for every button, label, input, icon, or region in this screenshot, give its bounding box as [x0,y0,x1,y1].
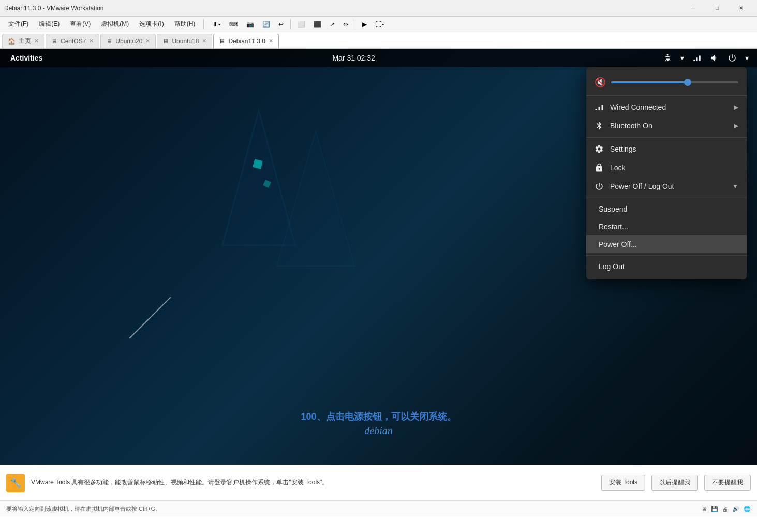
vm-icon-ubuntu18: 🖥 [162,38,169,45]
tab-close-home[interactable]: ✕ [34,38,39,45]
statusbar-right-icons: 🖥 💾 🖨 🔊 🌐 [701,506,751,512]
menu-divider-1 [586,95,747,96]
view1[interactable]: ⬜ [294,18,309,31]
gnome-topbar: Activities Mar 31 02:32 ▾ [0,49,757,67]
menu-file[interactable]: 文件(F) [4,18,33,31]
menu-tabs[interactable]: 选项卡(I) [135,18,168,31]
vm-area[interactable]: Activities Mar 31 02:32 ▾ [0,49,757,478]
menu-edit[interactable]: 编辑(E) [35,18,64,31]
svg-rect-12 [599,107,600,110]
menu-divider-3 [586,198,747,198]
close-button[interactable]: ✕ [729,0,753,17]
snapshot1[interactable]: 📷 [243,18,258,31]
statusbar: 🔧 VMware Tools 具有很多功能，能改善鼠标移动性、视频和性能。请登录… [0,465,757,532]
tab-close-centos7[interactable]: ✕ [89,38,94,45]
volume-slider[interactable] [611,81,738,83]
toolbar-group: ⏸▾ ⌨ 📷 🔄 ↩ ⬜ ⬛ ↗ ⇔ ▶ ⛶▾ [208,18,388,31]
fullscreen-btn[interactable]: ⛶▾ [372,18,388,31]
tab-ubuntu18[interactable]: 🖥 Ubuntu18 ✕ [157,34,212,48]
home-icon: 🏠 [8,38,16,45]
volume-mute-icon[interactable]: 🔇 [595,77,606,88]
volume-row: 🔇 [586,71,747,93]
menu-separator [203,19,204,29]
status-icon-3: 🖨 [722,506,728,512]
tab-close-ubuntu20[interactable]: ✕ [145,38,150,45]
power-systray-icon[interactable] [725,51,739,65]
hint-text: 100、点击电源按钮，可以关闭系统。 [301,410,456,423]
vm-icon-debian: 🖥 [219,38,225,45]
volume-fill [611,81,688,83]
debian-label: debian [301,425,456,437]
view4[interactable]: ⇔ [339,18,352,31]
menu-help[interactable]: 帮助(H) [170,18,200,31]
view2[interactable]: ⬛ [310,18,325,31]
tab-close-ubuntu18[interactable]: ✕ [202,38,206,45]
vm-icon-centos: 🖥 [51,38,57,45]
vmware-tools-message: VMware Tools 具有很多功能，能改善鼠标移动性、视频和性能。请登录客户… [31,478,595,487]
no-remind-button[interactable]: 不要提醒我 [704,475,751,491]
dropdown-menu: 🔇 Wired Connected ▶ Bluetooth On ▶ [586,67,747,279]
network-systray-icon[interactable] [690,51,704,65]
menu-view[interactable]: 查看(V) [66,18,95,31]
menu-divider-4 [586,255,747,256]
tab-centos7[interactable]: 🖥 CentOS7 ✕ [46,34,99,48]
power-off-submenu-item[interactable]: Power Off... [586,235,747,253]
lock-item[interactable]: Lock [586,158,747,177]
svg-rect-11 [596,109,597,110]
volume-thumb[interactable] [684,79,691,86]
status-icon-2: 💾 [711,506,718,512]
bluetooth-icon [595,121,604,130]
statusbar-bottom: 要将输入定向到该虚拟机，请在虚拟机内部单击或按 Ctrl+G。 🖥 💾 🖨 🔊 … [0,501,757,516]
vmware-tools-icon: 🔧 [6,474,25,492]
network-wired-icon [595,102,604,112]
power-off-item[interactable]: Power Off / Log Out ▼ [586,177,747,196]
status-icon-4: 🔊 [732,506,739,512]
power-arrow-icon[interactable]: ▾ [743,52,751,64]
console-btn[interactable]: ▶ [359,18,370,31]
restart-item[interactable]: Restart... [586,218,747,235]
accessibility-arrow-icon[interactable]: ▾ [678,52,686,64]
minimize-button[interactable]: ─ [681,0,705,17]
logout-item[interactable]: Log Out [586,258,747,275]
svg-point-7 [667,54,669,56]
svg-marker-5 [277,131,354,266]
bluetooth-item[interactable]: Bluetooth On ▶ [586,116,747,135]
menu-vm[interactable]: 虚拟机(M) [97,18,133,31]
view3[interactable]: ↗ [326,18,338,31]
tab-home[interactable]: 🏠 主页 ✕ [2,34,44,48]
status-icon-5: 🌐 [744,506,751,512]
svg-rect-9 [696,57,698,61]
maximize-button[interactable]: □ [705,0,729,17]
settings-gear-icon [595,144,604,154]
snapshot3[interactable]: ↩ [275,18,287,31]
power-off-icon [595,182,604,191]
statusbar-top: 🔧 VMware Tools 具有很多功能，能改善鼠标移动性、视频和性能。请登录… [0,465,757,501]
toolbar-sep2 [355,19,355,29]
suspend-item[interactable]: Suspend [586,200,747,218]
vm-icon-ubuntu20: 🖥 [106,38,112,45]
install-tools-button[interactable]: 安装 Tools [601,475,645,491]
titlebar: W Debian11.3.0 - VMware Workstation ─ □ … [0,0,757,17]
bluetooth-arrow-icon: ▶ [734,122,738,129]
tab-debian[interactable]: 🖥 Debian11.3.0 ✕ [213,34,278,48]
tab-ubuntu20[interactable]: 🖥 Ubuntu20 ✕ [100,34,156,48]
tabbar: 🏠 主页 ✕ 🖥 CentOS7 ✕ 🖥 Ubuntu20 ✕ 🖥 Ubuntu… [0,32,757,49]
menubar: 文件(F) 编辑(E) 查看(V) 虚拟机(M) 选项卡(I) 帮助(H) ⏸▾… [0,17,757,32]
wired-connected-item[interactable]: Wired Connected ▶ [586,98,747,116]
settings-item[interactable]: Settings [586,140,747,158]
remind-later-button[interactable]: 以后提醒我 [651,475,698,491]
svg-rect-13 [602,105,603,111]
svg-rect-10 [699,56,701,62]
volume-systray-icon[interactable] [708,51,721,65]
gnome-activities-button[interactable]: Activities [6,52,47,64]
power-arrow-down-icon: ▼ [732,183,738,190]
pause-button[interactable]: ⏸▾ [208,18,225,31]
lock-icon [595,163,604,172]
accessibility-icon[interactable] [661,51,674,65]
tab-close-debian[interactable]: ✕ [269,38,273,45]
menu-divider-2 [586,137,747,138]
send-ctrl-alt-del[interactable]: ⌨ [226,18,242,31]
gnome-systray: ▾ ▾ [661,51,751,65]
status-icon-1: 🖥 [701,506,707,512]
snapshot2[interactable]: 🔄 [259,18,274,31]
